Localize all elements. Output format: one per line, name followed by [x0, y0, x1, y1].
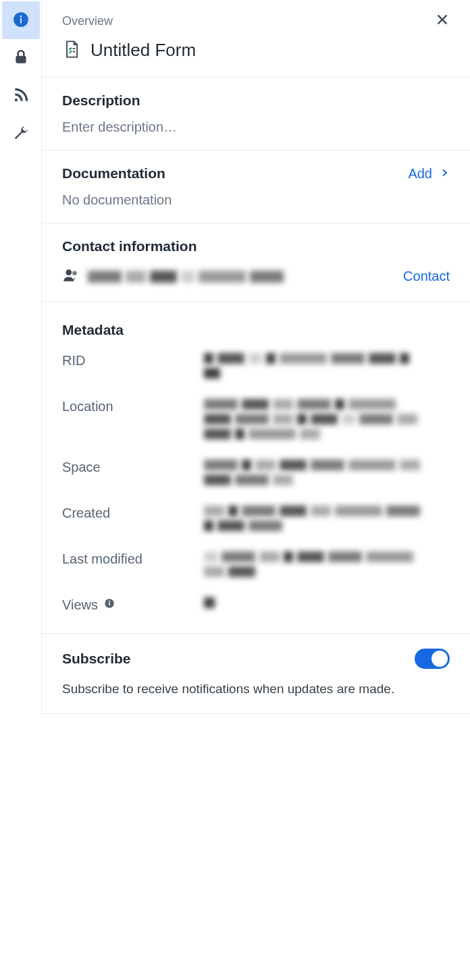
- contact-value-redacted: [88, 271, 395, 283]
- metadata-value-last-modified: [204, 551, 420, 577]
- documentation-heading: Documentation: [62, 165, 165, 182]
- svg-point-4: [14, 98, 17, 101]
- metadata-label-space: Space: [62, 460, 204, 485]
- subscribe-section: Subscribe Subscribe to receive notificat…: [42, 634, 470, 714]
- chevron-right-icon: [439, 166, 450, 182]
- metadata-value-created: [204, 506, 420, 531]
- metadata-heading: Metadata: [62, 322, 450, 338]
- rail-item-lock[interactable]: [2, 39, 40, 77]
- header-section: Overview Untitled Form: [42, 0, 470, 78]
- rail-item-info[interactable]: [2, 1, 40, 39]
- contact-section: Contact information Contact: [42, 223, 470, 302]
- contact-heading: Contact information: [62, 238, 450, 254]
- metadata-value-rid: [204, 353, 420, 379]
- documentation-empty: No documentation: [62, 192, 450, 208]
- add-documentation-button[interactable]: Add: [408, 166, 450, 182]
- description-input[interactable]: Enter description…: [62, 119, 450, 135]
- sidebar-rail: [0, 0, 42, 714]
- svg-point-9: [109, 601, 110, 602]
- metadata-section: Metadata RID Location Space Created Last…: [42, 302, 470, 634]
- metadata-label-rid: RID: [62, 353, 204, 379]
- metadata-label-last-modified: Last modified: [62, 551, 204, 577]
- metadata-label-created: Created: [62, 506, 204, 531]
- metadata-label-location: Location: [62, 399, 204, 439]
- documentation-section: Documentation Add No documentation: [42, 151, 470, 223]
- metadata-label-views: Views: [62, 597, 204, 613]
- info-icon[interactable]: [103, 597, 115, 613]
- svg-point-2: [20, 15, 22, 17]
- main-panel: Overview Untitled Form Description Enter…: [42, 0, 470, 714]
- rail-item-rss[interactable]: [2, 77, 40, 115]
- subscribe-toggle[interactable]: [415, 649, 450, 669]
- contact-button[interactable]: Contact: [403, 269, 450, 284]
- people-icon: [62, 267, 80, 286]
- page-title[interactable]: Untitled Form: [90, 40, 196, 61]
- overview-label: Overview: [62, 14, 113, 28]
- subscribe-description: Subscribe to receive notifications when …: [62, 680, 450, 699]
- subscribe-heading: Subscribe: [62, 651, 131, 667]
- close-button[interactable]: [435, 12, 450, 30]
- svg-point-5: [66, 269, 72, 275]
- description-section: Description Enter description…: [42, 78, 470, 151]
- svg-rect-3: [16, 55, 26, 63]
- metadata-value-location: [204, 399, 420, 439]
- form-icon: [62, 40, 81, 61]
- metadata-value-space: [204, 460, 420, 485]
- close-icon: [435, 16, 450, 30]
- metadata-value-views: [204, 597, 420, 613]
- description-heading: Description: [62, 92, 450, 109]
- svg-rect-8: [109, 603, 110, 606]
- lock-icon: [12, 49, 30, 68]
- svg-rect-1: [20, 18, 21, 23]
- add-label: Add: [408, 166, 432, 182]
- rss-icon: [12, 86, 30, 106]
- rail-item-settings[interactable]: [2, 115, 40, 153]
- svg-point-6: [72, 271, 77, 276]
- info-icon: [12, 11, 30, 30]
- wrench-icon: [12, 124, 30, 144]
